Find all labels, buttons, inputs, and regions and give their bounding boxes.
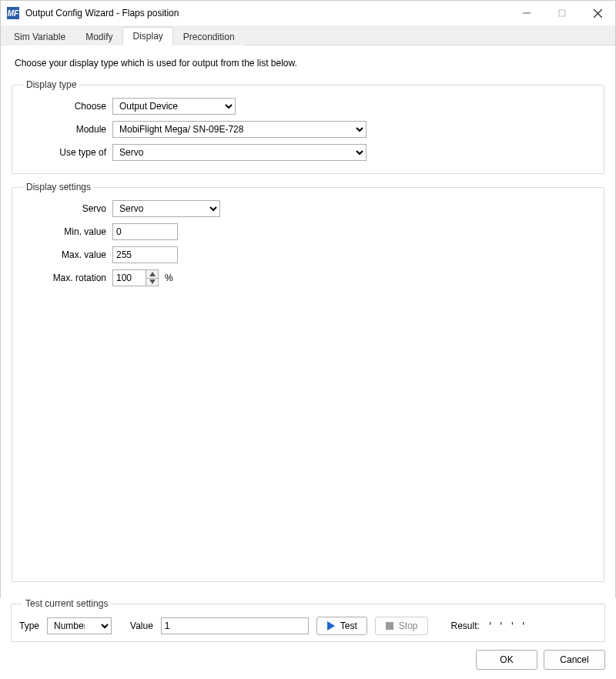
svg-rect-9 <box>386 622 393 630</box>
test-settings-legend: Test current settings <box>22 598 111 609</box>
test-settings-group: Test current settings Type Number Value … <box>11 598 605 642</box>
app-icon: MF <box>7 7 19 19</box>
tab-bar: Sim Variable Modify Display Precondition <box>1 25 615 45</box>
window-controls <box>509 1 615 25</box>
tab-display[interactable]: Display <box>122 27 172 45</box>
result-value: ' ' ' ' <box>487 620 527 631</box>
test-value-input[interactable] <box>161 617 309 634</box>
max-rotation-spinner[interactable] <box>146 270 158 286</box>
title-bar: MF Output Config Wizard - Flaps position <box>1 1 615 25</box>
test-value-label: Value <box>130 620 153 631</box>
dialog-buttons: OK Cancel <box>11 650 605 670</box>
display-settings-group: Display settings Servo Servo Min. value … <box>12 182 604 582</box>
result-label: Result: <box>451 620 480 631</box>
test-type-combo[interactable]: Number <box>47 617 112 634</box>
min-value-label: Min. value <box>20 226 112 237</box>
test-button-label: Test <box>340 620 357 631</box>
bottom-area: Test current settings Type Number Value … <box>0 598 616 679</box>
maximize-button[interactable] <box>544 1 580 25</box>
svg-rect-3 <box>559 10 565 16</box>
content-area: Choose your display type which is used f… <box>1 45 615 582</box>
display-type-group: Display type Choose Output Device Module… <box>12 79 604 174</box>
stop-icon <box>385 621 394 630</box>
play-icon <box>326 621 336 630</box>
tab-sim-variable[interactable]: Sim Variable <box>4 28 75 45</box>
instruction-text: Choose your display type which is used f… <box>15 58 604 69</box>
max-value-label: Max. value <box>20 249 112 260</box>
svg-marker-6 <box>149 272 156 276</box>
max-value-input[interactable] <box>112 246 178 263</box>
servo-combo[interactable]: Servo <box>112 200 220 217</box>
svg-marker-8 <box>327 621 335 630</box>
close-button[interactable] <box>580 1 615 25</box>
minimize-button[interactable] <box>509 1 544 25</box>
choose-label: Choose <box>20 101 112 112</box>
stop-button[interactable]: Stop <box>375 617 428 635</box>
spinner-up-icon[interactable] <box>146 270 158 279</box>
ok-button[interactable]: OK <box>476 650 537 670</box>
tab-modify[interactable]: Modify <box>75 28 122 45</box>
module-combo[interactable]: MobiFlight Mega/ SN-09E-728 <box>112 121 367 138</box>
test-type-label: Type <box>19 620 39 631</box>
max-rotation-label: Max. rotation <box>20 273 112 283</box>
display-settings-legend: Display settings <box>23 182 94 192</box>
display-type-legend: Display type <box>23 79 79 90</box>
svg-marker-7 <box>149 279 156 284</box>
spinner-down-icon[interactable] <box>146 279 158 286</box>
cancel-button[interactable]: Cancel <box>544 650 605 670</box>
servo-label: Servo <box>20 203 112 214</box>
use-type-of-label: Use type of <box>20 147 112 158</box>
use-type-of-combo[interactable]: Servo <box>112 144 367 161</box>
tab-precondition[interactable]: Precondition <box>173 28 245 45</box>
module-label: Module <box>20 124 112 135</box>
min-value-input[interactable] <box>112 223 178 240</box>
rotation-unit: % <box>165 273 173 283</box>
svg-text:MF: MF <box>8 9 19 18</box>
test-button[interactable]: Test <box>316 617 367 635</box>
choose-combo[interactable]: Output Device <box>112 98 236 115</box>
stop-button-label: Stop <box>399 620 418 631</box>
window-title: Output Config Wizard - Flaps position <box>25 8 179 18</box>
